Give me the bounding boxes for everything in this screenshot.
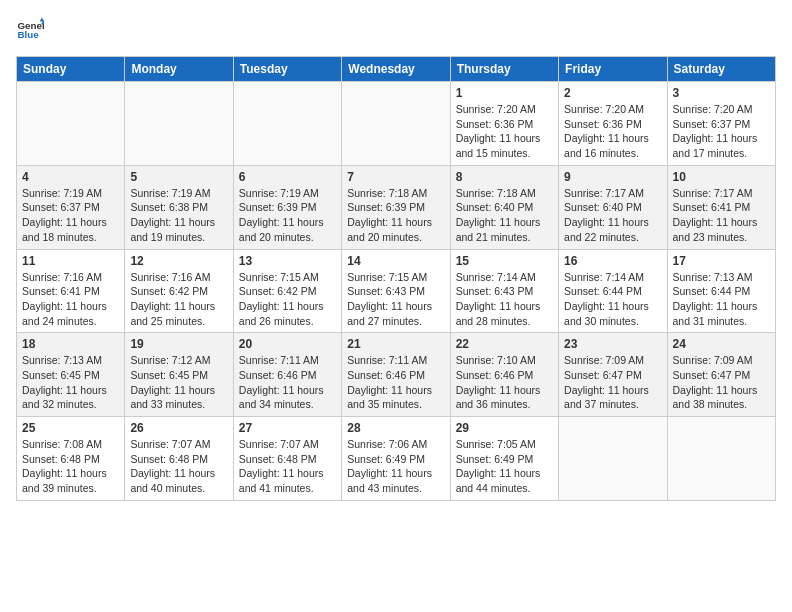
- day-info: Sunrise: 7:05 AM Sunset: 6:49 PM Dayligh…: [456, 437, 553, 496]
- day-number: 24: [673, 337, 770, 351]
- calendar-week-row: 4Sunrise: 7:19 AM Sunset: 6:37 PM Daylig…: [17, 165, 776, 249]
- calendar-cell: [342, 82, 450, 166]
- calendar-cell: 16Sunrise: 7:14 AM Sunset: 6:44 PM Dayli…: [559, 249, 667, 333]
- day-info: Sunrise: 7:14 AM Sunset: 6:44 PM Dayligh…: [564, 270, 661, 329]
- day-info: Sunrise: 7:10 AM Sunset: 6:46 PM Dayligh…: [456, 353, 553, 412]
- calendar-cell: 11Sunrise: 7:16 AM Sunset: 6:41 PM Dayli…: [17, 249, 125, 333]
- day-info: Sunrise: 7:12 AM Sunset: 6:45 PM Dayligh…: [130, 353, 227, 412]
- calendar-week-row: 1Sunrise: 7:20 AM Sunset: 6:36 PM Daylig…: [17, 82, 776, 166]
- day-info: Sunrise: 7:16 AM Sunset: 6:42 PM Dayligh…: [130, 270, 227, 329]
- day-number: 17: [673, 254, 770, 268]
- day-header-tuesday: Tuesday: [233, 57, 341, 82]
- calendar-cell: 26Sunrise: 7:07 AM Sunset: 6:48 PM Dayli…: [125, 417, 233, 501]
- day-info: Sunrise: 7:18 AM Sunset: 6:39 PM Dayligh…: [347, 186, 444, 245]
- calendar-cell: 2Sunrise: 7:20 AM Sunset: 6:36 PM Daylig…: [559, 82, 667, 166]
- day-number: 14: [347, 254, 444, 268]
- calendar-cell: 17Sunrise: 7:13 AM Sunset: 6:44 PM Dayli…: [667, 249, 775, 333]
- calendar-cell: 12Sunrise: 7:16 AM Sunset: 6:42 PM Dayli…: [125, 249, 233, 333]
- calendar-cell: 13Sunrise: 7:15 AM Sunset: 6:42 PM Dayli…: [233, 249, 341, 333]
- day-number: 3: [673, 86, 770, 100]
- calendar-cell: 20Sunrise: 7:11 AM Sunset: 6:46 PM Dayli…: [233, 333, 341, 417]
- day-number: 5: [130, 170, 227, 184]
- calendar-cell: 28Sunrise: 7:06 AM Sunset: 6:49 PM Dayli…: [342, 417, 450, 501]
- day-info: Sunrise: 7:07 AM Sunset: 6:48 PM Dayligh…: [130, 437, 227, 496]
- day-info: Sunrise: 7:18 AM Sunset: 6:40 PM Dayligh…: [456, 186, 553, 245]
- calendar-cell: 29Sunrise: 7:05 AM Sunset: 6:49 PM Dayli…: [450, 417, 558, 501]
- day-info: Sunrise: 7:17 AM Sunset: 6:40 PM Dayligh…: [564, 186, 661, 245]
- calendar-cell: 3Sunrise: 7:20 AM Sunset: 6:37 PM Daylig…: [667, 82, 775, 166]
- day-number: 9: [564, 170, 661, 184]
- calendar-cell: 14Sunrise: 7:15 AM Sunset: 6:43 PM Dayli…: [342, 249, 450, 333]
- day-number: 12: [130, 254, 227, 268]
- day-header-wednesday: Wednesday: [342, 57, 450, 82]
- calendar-cell: 1Sunrise: 7:20 AM Sunset: 6:36 PM Daylig…: [450, 82, 558, 166]
- calendar-cell: 27Sunrise: 7:07 AM Sunset: 6:48 PM Dayli…: [233, 417, 341, 501]
- calendar-cell: 7Sunrise: 7:18 AM Sunset: 6:39 PM Daylig…: [342, 165, 450, 249]
- day-number: 6: [239, 170, 336, 184]
- day-info: Sunrise: 7:19 AM Sunset: 6:38 PM Dayligh…: [130, 186, 227, 245]
- calendar-cell: [233, 82, 341, 166]
- day-info: Sunrise: 7:19 AM Sunset: 6:39 PM Dayligh…: [239, 186, 336, 245]
- day-number: 28: [347, 421, 444, 435]
- calendar-cell: 4Sunrise: 7:19 AM Sunset: 6:37 PM Daylig…: [17, 165, 125, 249]
- calendar-cell: 18Sunrise: 7:13 AM Sunset: 6:45 PM Dayli…: [17, 333, 125, 417]
- day-info: Sunrise: 7:11 AM Sunset: 6:46 PM Dayligh…: [239, 353, 336, 412]
- day-info: Sunrise: 7:15 AM Sunset: 6:43 PM Dayligh…: [347, 270, 444, 329]
- day-number: 25: [22, 421, 119, 435]
- day-number: 16: [564, 254, 661, 268]
- calendar-cell: [17, 82, 125, 166]
- calendar-cell: 25Sunrise: 7:08 AM Sunset: 6:48 PM Dayli…: [17, 417, 125, 501]
- day-number: 29: [456, 421, 553, 435]
- day-header-saturday: Saturday: [667, 57, 775, 82]
- day-info: Sunrise: 7:16 AM Sunset: 6:41 PM Dayligh…: [22, 270, 119, 329]
- day-number: 2: [564, 86, 661, 100]
- calendar-week-row: 18Sunrise: 7:13 AM Sunset: 6:45 PM Dayli…: [17, 333, 776, 417]
- calendar-week-row: 25Sunrise: 7:08 AM Sunset: 6:48 PM Dayli…: [17, 417, 776, 501]
- day-info: Sunrise: 7:07 AM Sunset: 6:48 PM Dayligh…: [239, 437, 336, 496]
- day-number: 27: [239, 421, 336, 435]
- day-number: 18: [22, 337, 119, 351]
- day-info: Sunrise: 7:19 AM Sunset: 6:37 PM Dayligh…: [22, 186, 119, 245]
- calendar-header-row: SundayMondayTuesdayWednesdayThursdayFrid…: [17, 57, 776, 82]
- day-info: Sunrise: 7:20 AM Sunset: 6:36 PM Dayligh…: [456, 102, 553, 161]
- day-number: 19: [130, 337, 227, 351]
- day-number: 7: [347, 170, 444, 184]
- logo: General Blue: [16, 16, 44, 44]
- day-info: Sunrise: 7:08 AM Sunset: 6:48 PM Dayligh…: [22, 437, 119, 496]
- day-number: 11: [22, 254, 119, 268]
- calendar-cell: 24Sunrise: 7:09 AM Sunset: 6:47 PM Dayli…: [667, 333, 775, 417]
- day-info: Sunrise: 7:09 AM Sunset: 6:47 PM Dayligh…: [673, 353, 770, 412]
- calendar-cell: 21Sunrise: 7:11 AM Sunset: 6:46 PM Dayli…: [342, 333, 450, 417]
- day-header-thursday: Thursday: [450, 57, 558, 82]
- day-number: 4: [22, 170, 119, 184]
- day-number: 8: [456, 170, 553, 184]
- calendar-cell: [559, 417, 667, 501]
- day-header-monday: Monday: [125, 57, 233, 82]
- day-info: Sunrise: 7:15 AM Sunset: 6:42 PM Dayligh…: [239, 270, 336, 329]
- logo-icon: General Blue: [16, 16, 44, 44]
- day-info: Sunrise: 7:20 AM Sunset: 6:37 PM Dayligh…: [673, 102, 770, 161]
- day-header-sunday: Sunday: [17, 57, 125, 82]
- calendar-cell: [667, 417, 775, 501]
- calendar-cell: 6Sunrise: 7:19 AM Sunset: 6:39 PM Daylig…: [233, 165, 341, 249]
- day-info: Sunrise: 7:13 AM Sunset: 6:45 PM Dayligh…: [22, 353, 119, 412]
- day-info: Sunrise: 7:20 AM Sunset: 6:36 PM Dayligh…: [564, 102, 661, 161]
- svg-text:Blue: Blue: [17, 29, 39, 40]
- day-number: 13: [239, 254, 336, 268]
- day-number: 22: [456, 337, 553, 351]
- page-header: General Blue: [16, 16, 776, 44]
- day-number: 23: [564, 337, 661, 351]
- day-info: Sunrise: 7:11 AM Sunset: 6:46 PM Dayligh…: [347, 353, 444, 412]
- calendar-cell: 5Sunrise: 7:19 AM Sunset: 6:38 PM Daylig…: [125, 165, 233, 249]
- day-info: Sunrise: 7:14 AM Sunset: 6:43 PM Dayligh…: [456, 270, 553, 329]
- day-info: Sunrise: 7:09 AM Sunset: 6:47 PM Dayligh…: [564, 353, 661, 412]
- calendar-week-row: 11Sunrise: 7:16 AM Sunset: 6:41 PM Dayli…: [17, 249, 776, 333]
- day-info: Sunrise: 7:17 AM Sunset: 6:41 PM Dayligh…: [673, 186, 770, 245]
- day-number: 21: [347, 337, 444, 351]
- day-number: 10: [673, 170, 770, 184]
- calendar-cell: [125, 82, 233, 166]
- day-number: 20: [239, 337, 336, 351]
- day-info: Sunrise: 7:13 AM Sunset: 6:44 PM Dayligh…: [673, 270, 770, 329]
- day-number: 1: [456, 86, 553, 100]
- calendar-cell: 23Sunrise: 7:09 AM Sunset: 6:47 PM Dayli…: [559, 333, 667, 417]
